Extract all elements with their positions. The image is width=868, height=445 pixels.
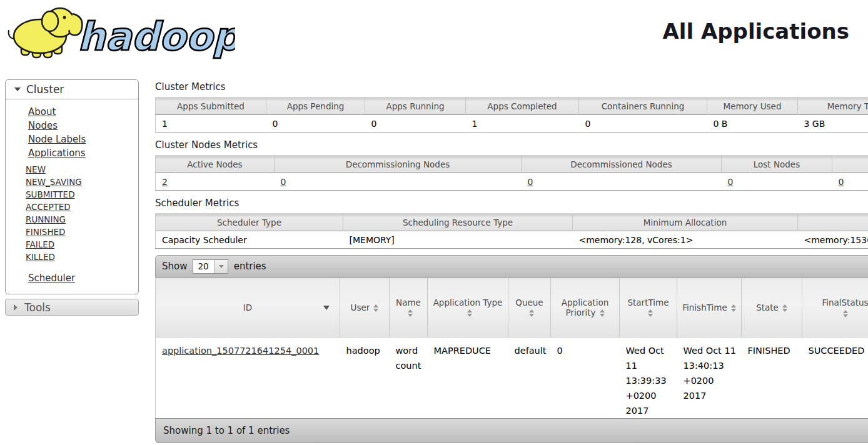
page-size-value: 20 xyxy=(193,260,214,273)
cluster-section-header[interactable]: Cluster xyxy=(6,80,138,99)
col-state[interactable]: State xyxy=(742,278,802,338)
nodes-metrics-row: 2 0 0 0 0 xyxy=(156,173,868,191)
scheduler-metrics-heading: Scheduler Metrics xyxy=(155,198,868,209)
sort-desc-icon xyxy=(323,306,330,310)
sort-icon xyxy=(731,304,736,312)
cluster-metrics-heading: Cluster Metrics xyxy=(155,81,868,92)
scheduling-resource-type-value: [MEMORY] xyxy=(343,231,573,249)
col-user-label: User xyxy=(351,302,370,312)
node-labels-link[interactable]: Node Labels xyxy=(28,134,86,145)
applications-table: ID User Name Application Type Queue Appl… xyxy=(155,278,868,418)
table-footer: Showing 1 to 1 of 1 entries xyxy=(155,418,868,443)
app-final-status-cell: SUCCEEDED xyxy=(802,338,868,419)
col-scheduling-resource-type: Scheduling Resource Type xyxy=(343,214,573,231)
entries-label: entries xyxy=(234,261,266,272)
col-user[interactable]: User xyxy=(340,278,390,338)
scheduler-type-value: Capacity Scheduler xyxy=(156,231,343,249)
app-type-cell: MAPREDUCE xyxy=(428,338,508,419)
cutoff-nodes-value: 0 xyxy=(832,173,868,191)
col-minimum-allocation: Minimum Allocation xyxy=(573,214,798,231)
chevron-right-icon xyxy=(14,304,18,311)
cutoff-nodes-link[interactable]: 0 xyxy=(839,177,844,187)
application-row: application_1507721641254_0001 hadoop wo… xyxy=(156,338,868,419)
sort-icon xyxy=(467,309,472,317)
col-id[interactable]: ID xyxy=(156,278,340,338)
main-layout: Cluster About Nodes Node Labels Applicat… xyxy=(0,74,868,443)
sidebar-item-new: NEW xyxy=(26,163,138,176)
active-nodes-link[interactable]: 2 xyxy=(162,177,168,187)
col-maximum-allocation: Maximum Allocation xyxy=(798,214,868,231)
apps-submitted-value: 1 xyxy=(156,115,266,132)
memory-used-value: 0 B xyxy=(707,115,798,132)
decommissioning-nodes-value: 0 xyxy=(275,173,522,191)
col-apps-completed: Apps Completed xyxy=(466,98,579,115)
col-apps-pending: Apps Pending xyxy=(266,98,365,115)
state-failed-link[interactable]: FAILED xyxy=(26,239,54,249)
decommissioning-nodes-link[interactable]: 0 xyxy=(281,177,286,187)
lost-nodes-value: 0 xyxy=(722,173,832,191)
applications-link[interactable]: Applications xyxy=(28,148,86,159)
decommissioned-nodes-link[interactable]: 0 xyxy=(528,177,533,187)
cluster-section-label: Cluster xyxy=(26,83,64,96)
state-finished-link[interactable]: FINISHED xyxy=(26,227,65,237)
show-entries-bar: Show 20 entries xyxy=(155,255,868,278)
col-lost-nodes: Lost Nodes xyxy=(722,156,832,173)
scheduler-links: Scheduler xyxy=(6,271,138,285)
app-user-cell: hadoop xyxy=(340,338,390,419)
state-accepted-link[interactable]: ACCEPTED xyxy=(26,202,71,212)
col-active-nodes: Active Nodes xyxy=(156,156,275,173)
sidebar-item-new-saving: NEW_SAVING xyxy=(26,176,138,188)
apps-pending-value: 0 xyxy=(266,115,365,132)
lost-nodes-link[interactable]: 0 xyxy=(728,177,734,187)
applications-header-row: ID User Name Application Type Queue Appl… xyxy=(156,278,868,338)
col-name-label: Name xyxy=(396,298,421,308)
col-application-priority[interactable]: Application Priority xyxy=(551,278,620,338)
col-apps-running: Apps Running xyxy=(365,98,466,115)
logo-wordmark: hadoop xyxy=(78,14,235,59)
col-start-time[interactable]: StartTime xyxy=(620,278,677,338)
scheduler-link[interactable]: Scheduler xyxy=(28,272,75,284)
scheduler-metrics-row: Capacity Scheduler [MEMORY] <memory:128,… xyxy=(156,231,868,249)
col-containers-running: Containers Running xyxy=(579,98,707,115)
apps-completed-value: 1 xyxy=(466,115,579,132)
nodes-link[interactable]: Nodes xyxy=(28,120,58,131)
minimum-allocation-value: <memory:128, vCores:1> xyxy=(573,231,798,249)
sidebar-item-running: RUNNING xyxy=(26,213,138,226)
state-new-link[interactable]: NEW xyxy=(26,164,46,174)
show-label: Show xyxy=(162,261,187,272)
col-name[interactable]: Name xyxy=(390,278,428,338)
sidebar-item-about: About xyxy=(28,105,138,119)
col-application-type-label: Application Type xyxy=(433,298,503,308)
col-cutoff xyxy=(832,156,868,173)
tools-section-header[interactable]: Tools xyxy=(5,299,139,316)
col-final-status[interactable]: FinalStatus xyxy=(802,278,868,338)
col-finish-time-label: FinishTime xyxy=(682,302,727,312)
app-name-cell: word count xyxy=(390,338,428,419)
cluster-links: About Nodes Node Labels Applications xyxy=(6,105,138,160)
state-running-link[interactable]: RUNNING xyxy=(26,214,66,224)
col-queue[interactable]: Queue xyxy=(508,278,551,338)
hadoop-logo-image: hadoop xyxy=(5,4,235,61)
sidebar-item-submitted: SUBMITTED xyxy=(26,188,138,201)
scheduler-metrics-table: Scheduler Type Scheduling Resource Type … xyxy=(155,213,868,249)
sidebar-item-node-labels: Node Labels xyxy=(28,132,138,146)
col-apps-submitted: Apps Submitted xyxy=(156,98,266,115)
state-killed-link[interactable]: KILLED xyxy=(26,252,55,262)
nodes-metrics-header-row: Active Nodes Decommissioning Nodes Decom… xyxy=(156,156,868,173)
sort-icon xyxy=(408,309,413,317)
state-new-saving-link[interactable]: NEW_SAVING xyxy=(26,177,82,187)
sort-icon xyxy=(782,304,787,312)
application-id-link[interactable]: application_1507721641254_0001 xyxy=(162,346,319,356)
tools-section-label: Tools xyxy=(24,301,51,314)
col-application-type[interactable]: Application Type xyxy=(428,278,508,338)
state-submitted-link[interactable]: SUBMITTED xyxy=(26,189,75,199)
page-size-select[interactable]: 20 xyxy=(193,259,228,274)
cluster-metrics-header-row: Apps Submitted Apps Pending Apps Running… xyxy=(156,98,868,115)
col-memory-total: Memory Total xyxy=(798,98,868,115)
cluster-metrics-row: 1 0 0 1 0 0 B 3 GB xyxy=(156,115,868,132)
sidebar-item-applications: Applications xyxy=(28,146,138,160)
about-link[interactable]: About xyxy=(28,106,56,118)
app-queue-cell: default xyxy=(508,338,551,419)
col-finish-time[interactable]: FinishTime xyxy=(677,278,742,338)
maximum-allocation-value: <memory:1536, vCores:4> xyxy=(798,231,868,249)
